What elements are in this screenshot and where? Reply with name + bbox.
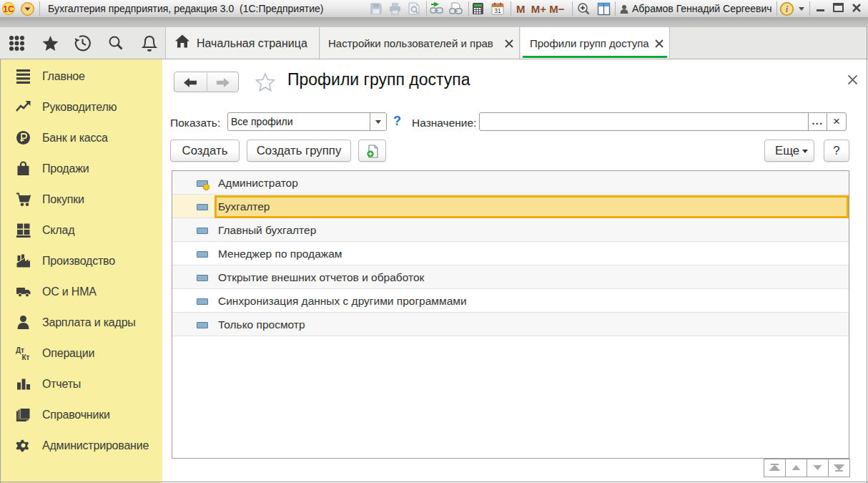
svg-text:1С: 1С [3, 4, 14, 14]
svg-text:31: 31 [494, 7, 501, 14]
svg-text:Дт: Дт [16, 346, 24, 354]
svg-text:Кт: Кт [22, 353, 30, 361]
